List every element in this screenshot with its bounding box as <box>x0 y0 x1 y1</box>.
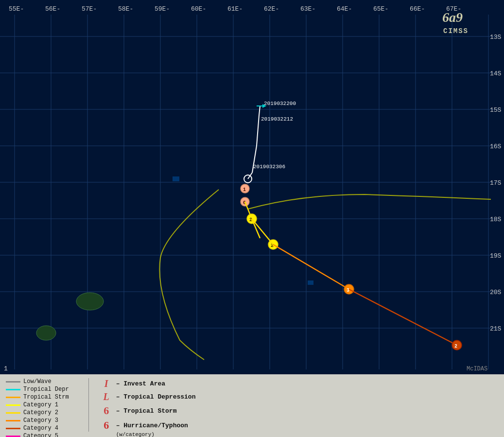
tropical-depression-label: – Tropical Depression <box>116 393 196 401</box>
invest-symbol: I <box>101 378 112 389</box>
svg-text:59E-: 59E- <box>155 5 170 13</box>
legend-cat2: Category 2 <box>6 409 69 416</box>
tropical-storm-symbol: 6 <box>101 404 112 417</box>
legend-tropical-strm: Tropical Strm <box>6 394 69 401</box>
tropical-depression-symbol: L <box>101 391 112 402</box>
cat2-line <box>6 412 20 414</box>
svg-text:63E-: 63E- <box>300 5 315 13</box>
legend-hurricane-sym: 6 – Hurricane/Typhoon <box>101 419 196 432</box>
legend-line-types: Low/Wave Tropical Depr Tropical Strm Cat… <box>6 378 69 437</box>
svg-text:64E-: 64E- <box>337 5 352 13</box>
legend-tropical-storm-sym: 6 – Tropical Storm <box>101 404 196 417</box>
cat1-label: Category 1 <box>23 402 58 408</box>
tropical-strm-label: Tropical Strm <box>23 394 69 401</box>
cat3-line <box>6 420 20 421</box>
legend-tropical-depr: Tropical Depr <box>6 386 69 393</box>
cat4-label: Category 4 <box>23 425 58 432</box>
svg-text:57E-: 57E- <box>82 5 97 13</box>
cat5-label: Category 5 <box>23 433 58 437</box>
svg-text:6a9: 6a9 <box>442 10 463 25</box>
legend-tropical-depression-sym: L – Tropical Depression <box>101 391 196 402</box>
svg-text:2019032200: 2019032200 <box>264 101 296 106</box>
svg-rect-0 <box>0 0 504 374</box>
svg-text:3: 3 <box>347 288 349 293</box>
legend-cat4: Category 4 <box>6 425 69 432</box>
svg-text:16S: 16S <box>490 143 502 150</box>
svg-text:58E-: 58E- <box>118 5 133 13</box>
svg-text:18S: 18S <box>490 216 502 223</box>
cat4-line <box>6 428 20 429</box>
hurricane-symbol: 6 <box>101 419 112 432</box>
cat2-label: Category 2 <box>23 409 58 416</box>
svg-text:62E-: 62E- <box>264 5 279 13</box>
legend-divider <box>88 378 89 432</box>
svg-text:CIMSS: CIMSS <box>443 27 469 35</box>
svg-text:2019032306: 2019032306 <box>253 164 285 170</box>
svg-text:60E-: 60E- <box>191 5 206 13</box>
svg-text:1: 1 <box>4 365 8 372</box>
svg-rect-48 <box>173 176 179 181</box>
svg-rect-49 <box>308 280 313 285</box>
track-svg: .grid-line { stroke: #1a3a6a; stroke-wid… <box>0 0 504 374</box>
invest-label: – Invest Area <box>116 380 165 387</box>
legend: Low/Wave Tropical Depr Tropical Strm Cat… <box>0 374 504 437</box>
legend-cat3: Category 3 <box>6 417 69 424</box>
svg-text:66E-: 66E- <box>410 5 425 13</box>
svg-text:13S: 13S <box>490 34 502 41</box>
tropical-depr-label: Tropical Depr <box>23 386 69 393</box>
svg-text:55E-: 55E- <box>9 5 24 13</box>
svg-text:20S: 20S <box>490 289 502 296</box>
legend-cat1: Category 1 <box>6 402 69 408</box>
map-area: .grid-line { stroke: #1a3a6a; stroke-wid… <box>0 0 504 374</box>
low-wave-label: Low/Wave <box>23 378 52 385</box>
svg-text:65E-: 65E- <box>373 5 388 13</box>
svg-text:17S: 17S <box>490 179 502 187</box>
cat3-label: Category 3 <box>23 417 58 424</box>
svg-text:2: 2 <box>454 344 457 349</box>
cat1-line <box>6 404 20 406</box>
svg-text:61E-: 61E- <box>227 5 243 13</box>
legend-low-wave: Low/Wave <box>6 378 69 385</box>
svg-text:14S: 14S <box>490 70 502 77</box>
svg-text:1: 1 <box>243 187 246 192</box>
legend-cat5: Category 5 <box>6 433 69 437</box>
hurricane-note: (w/category) <box>116 432 196 437</box>
low-wave-line <box>6 381 20 383</box>
cat5-line <box>6 436 20 437</box>
svg-point-47 <box>36 326 56 340</box>
tropical-depr-line <box>6 389 20 390</box>
svg-text:2019032212: 2019032212 <box>261 116 293 122</box>
svg-text:McIDAS: McIDAS <box>467 366 487 372</box>
svg-text:21S: 21S <box>490 325 502 332</box>
svg-text:19S: 19S <box>490 252 502 260</box>
tropical-strm-line <box>6 397 20 398</box>
svg-text:15S: 15S <box>490 106 502 114</box>
svg-text:56E-: 56E- <box>45 5 60 13</box>
svg-point-46 <box>76 293 104 310</box>
legend-invest: I – Invest Area <box>101 378 196 389</box>
hurricane-label: – Hurricane/Typhoon <box>116 422 188 429</box>
tropical-storm-label: – Tropical Storm <box>116 407 177 415</box>
legend-symbols: I – Invest Area L – Tropical Depression … <box>101 378 196 437</box>
